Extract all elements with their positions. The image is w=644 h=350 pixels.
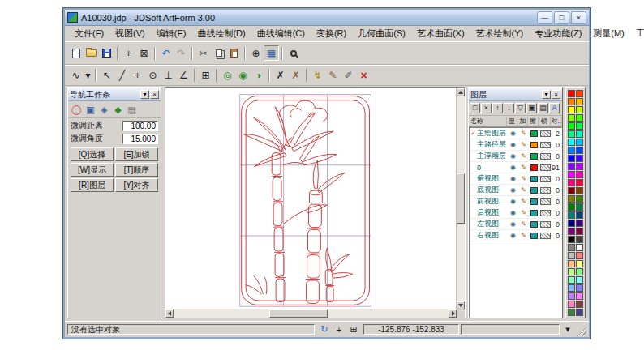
move-button[interactable]: + (130, 68, 145, 83)
layer-color-chip[interactable] (530, 153, 538, 160)
palette-color-41[interactable] (576, 252, 583, 259)
pointer-button[interactable]: ↖ (99, 68, 114, 83)
add-point-button[interactable]: + (121, 45, 136, 61)
redo-button[interactable]: ↷ (174, 45, 189, 61)
palette-color-9[interactable] (576, 122, 583, 130)
layer-edit-icon[interactable]: ✎ (518, 152, 529, 160)
draw-circle-button[interactable]: ⊙ (145, 68, 161, 83)
menu-item-1[interactable]: 视图(V) (109, 27, 151, 41)
delete-layer-button[interactable]: × (481, 103, 492, 113)
menu-item-8[interactable]: 艺术绘制(Y) (470, 27, 530, 41)
new-button[interactable] (68, 45, 84, 61)
zoom-window-icon[interactable]: ⊞ (347, 324, 360, 335)
layer-color-chip[interactable] (530, 221, 538, 228)
resize-grip[interactable] (576, 326, 586, 336)
layer-pattern-chip[interactable] (540, 198, 551, 205)
layer-color-chip[interactable] (530, 164, 538, 171)
layer-filter-button[interactable]: ▽ (515, 103, 526, 113)
maximize-button[interactable]: □ (554, 11, 569, 24)
nav-button-1[interactable]: [E]加锁 (115, 147, 158, 161)
layer-edit-icon[interactable]: ✎ (518, 141, 529, 148)
palette-color-16[interactable] (568, 155, 575, 162)
palette-color-18[interactable] (568, 163, 575, 170)
nav-button-2[interactable]: [W]显示 (71, 163, 114, 177)
pick-region-button[interactable]: ⊠ (136, 45, 152, 61)
layer-visible-icon[interactable]: ◉ (508, 175, 518, 182)
copy-button[interactable] (211, 45, 226, 61)
nav-button-5[interactable]: [Y]对齐 (115, 178, 158, 192)
layer-visible-icon[interactable]: ◉ (508, 141, 518, 148)
layer-edit-icon[interactable]: ✎ (518, 209, 529, 216)
layer-color-chip[interactable] (530, 210, 538, 216)
status-dropdown-icon[interactable]: ▾ (561, 324, 574, 335)
layer-edit-icon[interactable]: ✎ (518, 232, 529, 239)
palette-color-46[interactable] (568, 276, 575, 284)
nav-button-3[interactable]: [T]顺序 (115, 163, 158, 177)
layer-visible-icon[interactable]: ◉ (508, 198, 518, 205)
nav-transform-button[interactable]: ◈ (97, 103, 111, 117)
angle-input[interactable]: 15.000 (122, 134, 158, 144)
palette-color-11[interactable] (576, 130, 583, 138)
refresh-icon[interactable]: ↻ (318, 324, 331, 335)
palette-color-45[interactable] (576, 268, 583, 275)
menu-item-2[interactable]: 编辑(E) (151, 27, 192, 41)
palette-color-0[interactable] (568, 90, 575, 97)
palette-color-33[interactable] (576, 220, 583, 227)
palette-color-38[interactable] (568, 244, 575, 251)
layer-row[interactable]: 底视图◉✎0 (470, 185, 561, 196)
undo-button[interactable]: ↶ (158, 45, 174, 61)
layer-rename-button[interactable]: A (549, 103, 560, 113)
layer-color-chip[interactable] (530, 130, 538, 137)
layer-color-chip[interactable] (530, 176, 538, 182)
palette-color-55[interactable] (576, 309, 583, 316)
canvas-viewport[interactable] (165, 88, 457, 309)
nav-align-button[interactable]: ◆ (111, 103, 125, 117)
layer-visible-icon[interactable]: ◉ (508, 130, 518, 137)
palette-color-44[interactable] (568, 268, 575, 275)
layer-color-chip[interactable] (530, 187, 538, 194)
palette-color-1[interactable] (576, 90, 583, 97)
horizontal-scroll-thumb[interactable] (269, 309, 328, 318)
render-mixed-button[interactable]: ◑ (251, 68, 266, 83)
palette-color-52[interactable] (568, 301, 575, 308)
palette-color-50[interactable] (568, 292, 575, 300)
menu-item-3[interactable]: 曲线绘制(D) (191, 27, 251, 41)
layer-edit-icon[interactable]: ✎ (518, 130, 529, 137)
palette-color-2[interactable] (568, 98, 575, 105)
layer-color-chip[interactable] (530, 233, 538, 239)
layer-props-button[interactable]: ▣ (526, 103, 537, 113)
nav-more-button[interactable]: ▤ (125, 103, 139, 117)
layer-row[interactable]: 前视图◉✎0 (470, 196, 561, 207)
scroll-down-icon[interactable] (457, 301, 465, 309)
open-button[interactable] (84, 45, 99, 61)
layer-visible-icon[interactable]: ◉ (508, 209, 518, 216)
angle-button[interactable]: ∠ (176, 68, 191, 83)
layer-pattern-chip[interactable] (540, 142, 551, 148)
perpendicular-button[interactable]: ⊥ (161, 68, 176, 83)
layer-row[interactable]: ✓主绘图层◉✎2 (470, 128, 561, 139)
layer-pattern-chip[interactable] (540, 221, 551, 228)
menu-item-7[interactable]: 艺术曲面(X) (411, 27, 470, 41)
layer-pattern-chip[interactable] (540, 164, 551, 171)
layer-down-button[interactable]: ↓ (504, 103, 514, 113)
layer-visible-icon[interactable]: ◉ (508, 232, 518, 239)
distance-input[interactable]: 100.00 (122, 121, 158, 131)
menu-item-4[interactable]: 曲线编辑(C) (251, 27, 311, 41)
palette-color-21[interactable] (576, 171, 583, 178)
nav-layer-button[interactable]: ▣ (84, 103, 97, 117)
grid-button[interactable]: ▦ (264, 45, 279, 61)
layer-color-chip[interactable] (530, 142, 538, 148)
layer-row[interactable]: 俯视图◉✎0 (470, 173, 561, 185)
palette-color-20[interactable] (568, 171, 575, 178)
paste-button[interactable] (226, 45, 242, 61)
layer-visible-icon[interactable]: ◉ (508, 164, 518, 171)
menu-item-5[interactable]: 变换(R) (311, 27, 352, 41)
palette-color-3[interactable] (576, 98, 583, 105)
erase-select-button[interactable]: ✗ (273, 68, 288, 83)
layer-row[interactable]: 主浮雕层◉✎0 (470, 151, 561, 162)
palette-color-17[interactable] (576, 155, 583, 162)
palette-color-40[interactable] (568, 252, 575, 259)
menu-item-0[interactable]: 文件(F) (69, 27, 109, 41)
palette-color-25[interactable] (576, 187, 583, 194)
layer-pattern-chip[interactable] (540, 130, 551, 137)
